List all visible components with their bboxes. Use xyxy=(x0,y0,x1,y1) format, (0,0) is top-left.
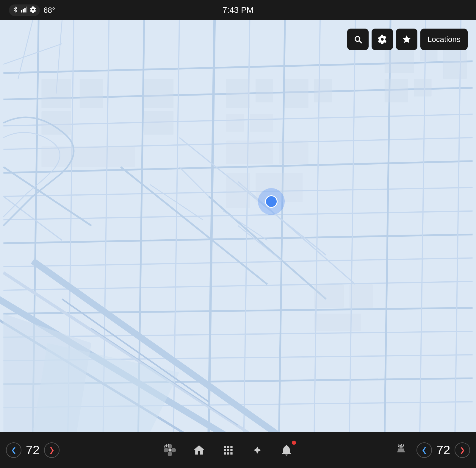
svg-rect-69 xyxy=(385,79,408,102)
svg-rect-54 xyxy=(226,79,250,108)
locations-button[interactable]: Locations xyxy=(420,29,468,50)
svg-rect-59 xyxy=(250,114,273,132)
svg-rect-66 xyxy=(314,314,361,331)
svg-rect-64 xyxy=(314,284,344,308)
right-arrow-icon-right: ❯ xyxy=(460,446,465,454)
svg-rect-67 xyxy=(385,50,414,73)
settings-button[interactable] xyxy=(372,29,393,50)
seat-heat-button[interactable] xyxy=(391,440,411,460)
svg-rect-48 xyxy=(42,79,71,108)
notification-badge xyxy=(292,441,296,445)
bluetooth-icon xyxy=(12,6,18,14)
svg-rect-65 xyxy=(350,284,373,308)
svg-point-78 xyxy=(169,449,171,451)
left-temp-decrease[interactable]: ❮ xyxy=(6,442,21,458)
svg-rect-57 xyxy=(314,79,332,102)
svg-rect-0 xyxy=(21,10,22,13)
search-icon xyxy=(353,35,363,44)
apps-icon xyxy=(222,444,235,457)
svg-rect-49 xyxy=(80,79,103,108)
notifications-button[interactable] xyxy=(276,440,297,460)
svg-rect-70 xyxy=(414,79,431,96)
bottom-bar: ❮ 72 ❯ xyxy=(0,432,476,468)
right-temp-decrease[interactable]: ❮ xyxy=(416,442,432,458)
gear-status-icon xyxy=(30,6,36,14)
right-temp-increase[interactable]: ❯ xyxy=(455,442,470,458)
map-toolbar: Locations xyxy=(347,29,468,50)
location-dot xyxy=(258,188,285,215)
right-temp-control: ❮ 72 ❯ xyxy=(391,440,470,460)
svg-rect-71 xyxy=(443,50,467,79)
status-temperature: 68° xyxy=(43,6,55,15)
left-arrow-icon: ❮ xyxy=(11,446,16,454)
seat-heat-icon xyxy=(394,444,408,457)
heat-fan-button[interactable] xyxy=(160,440,180,460)
left-arrow-icon-right: ❮ xyxy=(422,446,427,454)
bottom-center-nav xyxy=(65,440,391,460)
svg-rect-51 xyxy=(144,79,174,108)
status-icons xyxy=(9,4,40,16)
right-arrow-icon-left: ❯ xyxy=(49,446,54,454)
svg-rect-1 xyxy=(23,9,24,13)
left-temp-control: ❮ 72 ❯ xyxy=(6,442,65,458)
svg-rect-62 xyxy=(226,173,250,208)
status-bar: 68° 7:43 PM xyxy=(0,0,476,20)
map-container[interactable]: Locations xyxy=(0,20,476,432)
svg-rect-58 xyxy=(226,114,244,132)
svg-rect-56 xyxy=(285,79,309,108)
home-button[interactable] xyxy=(189,440,209,460)
location-dot-inner xyxy=(265,195,278,208)
map-background xyxy=(0,20,476,432)
heat-fan-icon xyxy=(163,444,176,457)
locations-label: Locations xyxy=(428,35,461,44)
home-icon xyxy=(192,444,206,457)
bell-icon xyxy=(280,444,293,457)
star-icon xyxy=(402,35,411,44)
svg-rect-53 xyxy=(42,146,135,167)
svg-rect-60 xyxy=(226,141,273,164)
left-temp-increase[interactable]: ❯ xyxy=(44,442,60,458)
left-temperature: 72 xyxy=(24,443,42,457)
svg-rect-52 xyxy=(144,111,174,135)
apps-button[interactable] xyxy=(218,440,238,460)
svg-rect-50 xyxy=(42,111,71,135)
status-time: 7:43 PM xyxy=(223,5,253,15)
svg-rect-3 xyxy=(26,7,27,13)
search-button[interactable] xyxy=(347,29,369,50)
svg-rect-55 xyxy=(256,79,273,102)
svg-point-79 xyxy=(256,449,258,451)
status-left: 68° xyxy=(9,4,55,16)
settings-icon xyxy=(378,35,387,44)
favorites-button[interactable] xyxy=(396,29,417,50)
right-temperature: 72 xyxy=(434,443,452,457)
location-dot-outer xyxy=(258,188,285,215)
fan-icon xyxy=(251,444,264,457)
fan-button[interactable] xyxy=(247,440,267,460)
svg-rect-2 xyxy=(24,8,26,13)
signal-icon xyxy=(21,7,27,14)
svg-rect-61 xyxy=(279,141,309,164)
